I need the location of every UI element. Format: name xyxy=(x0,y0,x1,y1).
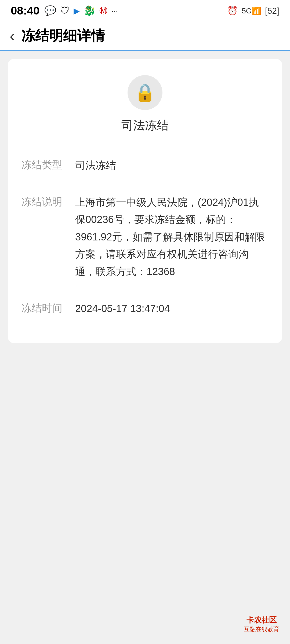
back-button[interactable]: ‹ xyxy=(10,28,15,43)
freeze-time-label: 冻结时间 xyxy=(21,300,75,316)
freeze-desc-row: 冻结说明 上海市第一中级人民法院，(2024)沪01执保00236号，要求冻结金… xyxy=(21,184,269,290)
shield-icon: 🛡 xyxy=(60,5,70,16)
main-content: 🔒 司法冻结 冻结类型 司法冻结 冻结说明 上海市第一中级人民法院，(2024)… xyxy=(0,51,290,351)
watermark: 卡农社区 互融在线教育 xyxy=(244,615,279,633)
status-icons: 💬 🛡 ▶ 🐉 Ⓜ ··· xyxy=(44,5,118,16)
freeze-type-row: 冻结类型 司法冻结 xyxy=(21,147,269,184)
page-title: 冻结明细详情 xyxy=(21,27,105,45)
lock-icon: 🔒 xyxy=(134,83,156,103)
freeze-time-value: 2024-05-17 13:47:04 xyxy=(75,300,269,317)
alarm-icon: ⏰ xyxy=(227,6,238,16)
lock-label: 司法冻结 xyxy=(121,118,169,133)
freeze-desc-label: 冻结说明 xyxy=(21,194,75,210)
status-right: ⏰ 5G📶 [52] xyxy=(227,6,279,16)
status-time: 08:40 xyxy=(11,4,39,17)
message-icon: 💬 xyxy=(44,5,56,16)
freeze-type-label: 冻结类型 xyxy=(21,157,75,173)
freeze-desc-value: 上海市第一中级人民法院，(2024)沪01执保00236号，要求冻结金额，标的：… xyxy=(75,194,269,280)
metro-icon: Ⓜ xyxy=(99,5,107,16)
status-left: 08:40 💬 🛡 ▶ 🐉 Ⓜ ··· xyxy=(11,4,118,17)
status-bar: 08:40 💬 🛡 ▶ 🐉 Ⓜ ··· ⏰ 5G📶 [52] xyxy=(0,0,290,21)
watermark-sub: 互融在线教育 xyxy=(244,625,279,633)
freeze-type-value: 司法冻结 xyxy=(75,157,269,174)
lock-icon-area: 🔒 司法冻结 xyxy=(21,75,269,133)
watermark-logo: 卡农社区 xyxy=(247,615,277,625)
detail-section: 冻结类型 司法冻结 冻结说明 上海市第一中级人民法院，(2024)沪01执保00… xyxy=(21,147,269,327)
more-icon: ··· xyxy=(111,6,118,15)
signal-icon: 5G📶 xyxy=(242,6,261,15)
nav-bar: ‹ 冻结明细详情 xyxy=(0,21,290,51)
battery-indicator: [52] xyxy=(265,6,279,16)
wechat-icon: 🐉 xyxy=(84,5,96,16)
directv-icon: ▶ xyxy=(74,6,80,16)
detail-card: 🔒 司法冻结 冻结类型 司法冻结 冻结说明 上海市第一中级人民法院，(2024)… xyxy=(8,59,282,343)
lock-circle: 🔒 xyxy=(128,75,162,110)
freeze-time-row: 冻结时间 2024-05-17 13:47:04 xyxy=(21,290,269,327)
